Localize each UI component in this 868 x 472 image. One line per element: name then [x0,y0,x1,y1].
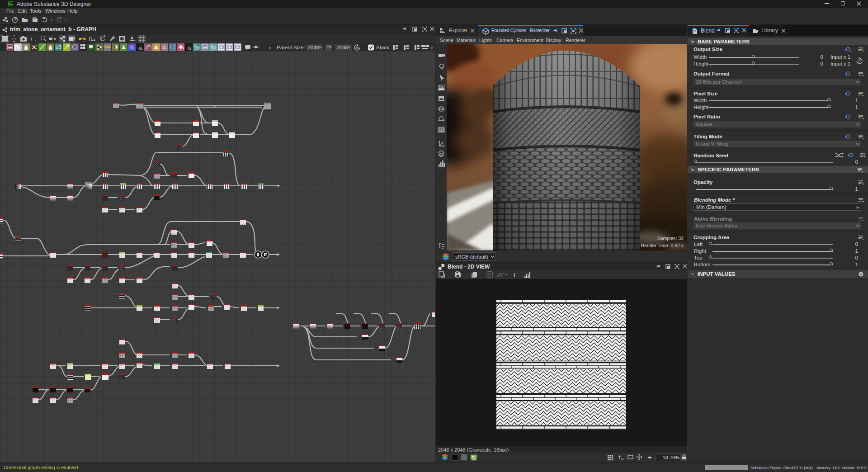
svg-text:Render Time: 0.62 s: Render Time: 0.62 s [641,243,684,248]
svg-text:1:1: 1:1 [12,38,16,41]
svg-text:A: A [163,45,166,50]
svg-text:2048: 2048 [337,45,348,50]
svg-text:N: N [621,458,623,461]
svg-text:Stack: Stack [376,45,389,50]
svg-text:UV: UV [496,272,503,278]
svg-text:01: 01 [188,47,192,50]
svg-text:2048: 2048 [308,45,319,50]
svg-text:i: i [31,36,32,42]
svg-text:»: » [269,45,271,50]
svg-text:Parent Size:: Parent Size: [277,45,305,50]
svg-text:Samples: 32: Samples: 32 [657,236,684,241]
svg-text:01: 01 [139,47,143,50]
svg-text:i: i [514,272,515,278]
svg-text:»: » [430,45,433,50]
